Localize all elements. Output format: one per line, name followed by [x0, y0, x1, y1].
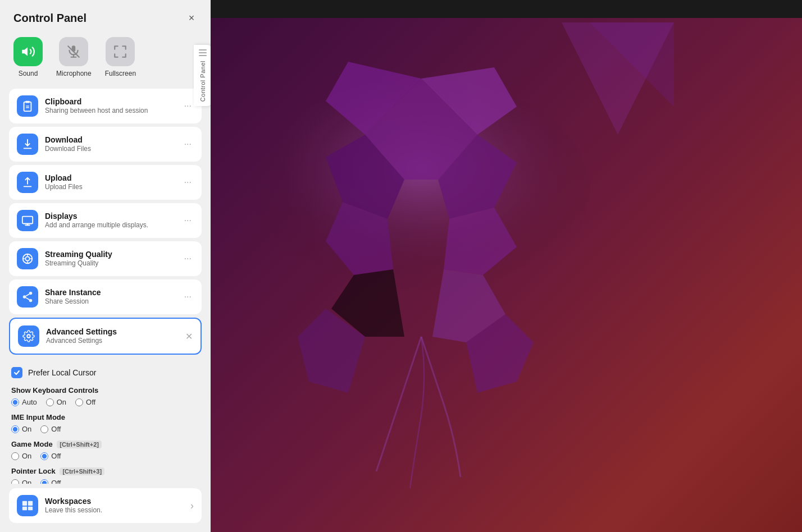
clipboard-more-button[interactable]: ··· — [182, 99, 194, 113]
svg-rect-20 — [24, 102, 31, 112]
upload-icon — [17, 172, 38, 193]
svg-point-37 — [27, 334, 30, 338]
displays-more-button[interactable]: ··· — [182, 213, 194, 228]
clipboard-menu-item[interactable]: Clipboard Sharing between host and sessi… — [9, 89, 202, 123]
download-subtitle: Download Files — [45, 145, 182, 154]
pointer-lock-on-label: On — [22, 479, 31, 484]
download-title: Download — [45, 135, 182, 145]
fullscreen-icon — [113, 44, 127, 59]
game-mode-group: Game Mode [Ctrl+Shift+2] On Off — [11, 440, 199, 460]
ime-on-label: On — [22, 425, 31, 433]
close-panel-button[interactable]: × — [184, 10, 199, 26]
prefer-local-cursor-checkbox[interactable] — [11, 367, 22, 378]
fullscreen-label: Fullscreen — [105, 70, 136, 77]
pointer-lock-group: Pointer Lock [Ctrl+Shift+3] On Off — [11, 467, 199, 484]
svg-line-35 — [26, 297, 29, 300]
menu-list: Clipboard Sharing between host and sessi… — [0, 86, 211, 360]
svg-point-27 — [25, 256, 29, 260]
download-text: Download Download Files — [45, 135, 182, 154]
workspaces-arrow-icon: › — [190, 500, 194, 512]
game-mode-on-option[interactable]: On — [11, 452, 31, 460]
game-mode-off-label: Off — [51, 452, 61, 460]
prefer-local-cursor-label: Prefer Local Cursor — [28, 368, 96, 377]
pointer-lock-options: On Off — [11, 479, 199, 484]
pointer-lock-off-label: Off — [51, 479, 61, 484]
displays-menu-item[interactable]: Displays Add and arrange multiple displa… — [9, 203, 202, 238]
workspaces-menu-item[interactable]: Workspaces Leave this session. › — [9, 488, 202, 523]
streaming-quality-title: Streaming Quality — [45, 249, 182, 259]
advanced-settings-subtitle: Advanced Settings — [46, 337, 185, 346]
keyboard-off-option[interactable]: Off — [75, 398, 95, 406]
upload-title: Upload — [45, 173, 182, 183]
clipboard-subtitle: Sharing between host and session — [45, 107, 182, 116]
sound-icon-container — [13, 37, 43, 66]
show-keyboard-controls-options: Auto On Off — [11, 398, 199, 406]
fullscreen-quick-action[interactable]: Fullscreen — [105, 37, 136, 77]
show-keyboard-controls-label: Show Keyboard Controls — [11, 386, 199, 395]
control-panel-tab[interactable]: Control Panel — [194, 45, 211, 106]
keyboard-on-label: On — [57, 398, 66, 406]
svg-rect-23 — [22, 217, 33, 224]
pointer-lock-label: Pointer Lock [Ctrl+Shift+3] — [11, 467, 199, 475]
clipboard-title: Clipboard — [45, 97, 182, 107]
displays-text: Displays Add and arrange multiple displa… — [45, 211, 182, 230]
share-instance-text: Share Instance Share Session — [45, 287, 182, 306]
svg-marker-14 — [22, 47, 28, 56]
pointer-lock-off-option[interactable]: Off — [40, 479, 61, 484]
workspaces-text: Workspaces Leave this session. — [45, 496, 190, 515]
quick-actions-bar: Sound Microphone — [0, 33, 211, 86]
ime-off-label: Off — [51, 425, 61, 433]
svg-rect-40 — [22, 507, 27, 510]
share-instance-icon — [17, 286, 38, 308]
download-menu-item[interactable]: Download Download Files ··· — [9, 127, 202, 162]
microphone-quick-action[interactable]: Microphone — [56, 37, 92, 77]
game-mode-off-option[interactable]: Off — [40, 452, 61, 460]
sound-quick-action[interactable]: Sound — [13, 37, 43, 77]
keyboard-off-label: Off — [86, 398, 95, 406]
displays-title: Displays — [45, 211, 182, 221]
share-instance-more-button[interactable]: ··· — [182, 290, 194, 304]
share-instance-title: Share Instance — [45, 287, 182, 297]
keyboard-on-option[interactable]: On — [46, 398, 66, 406]
displays-subtitle: Add and arrange multiple displays. — [45, 221, 182, 230]
svg-line-36 — [26, 294, 29, 296]
ime-input-mode-group: IME Input Mode On Off — [11, 413, 199, 433]
download-more-button[interactable]: ··· — [182, 137, 194, 152]
advanced-settings-menu-item[interactable]: Advanced Settings Advanced Settings ✕ — [9, 318, 202, 355]
sound-label: Sound — [19, 70, 38, 77]
clipboard-text: Clipboard Sharing between host and sessi… — [45, 97, 182, 116]
panel-tab-label: Control Panel — [199, 61, 206, 102]
pointer-lock-on-option[interactable]: On — [11, 479, 31, 484]
ime-input-mode-label: IME Input Mode — [11, 413, 199, 421]
microphone-label: Microphone — [56, 70, 92, 77]
advanced-settings-title: Advanced Settings — [46, 327, 185, 337]
advanced-settings-close-button[interactable]: ✕ — [185, 331, 193, 342]
streaming-quality-menu-item[interactable]: Streaming Quality Streaming Quality ··· — [9, 241, 202, 276]
game-mode-label: Game Mode [Ctrl+Shift+2] — [11, 440, 199, 448]
upload-menu-item[interactable]: Upload Upload Files ··· — [9, 165, 202, 200]
streaming-quality-more-button[interactable]: ··· — [182, 251, 194, 266]
download-icon — [17, 134, 38, 155]
svg-rect-38 — [22, 501, 27, 506]
advanced-settings-text: Advanced Settings Advanced Settings — [46, 327, 185, 346]
panel-header: Control Panel × — [0, 0, 211, 33]
svg-point-34 — [29, 299, 33, 302]
game-mode-on-label: On — [22, 452, 31, 460]
grip-icon — [199, 49, 207, 56]
streaming-quality-text: Streaming Quality Streaming Quality — [45, 249, 182, 268]
ime-on-option[interactable]: On — [11, 425, 31, 433]
workspaces-title: Workspaces — [45, 496, 190, 506]
ime-off-option[interactable]: Off — [40, 425, 61, 433]
ime-input-mode-options: On Off — [11, 425, 199, 433]
workspaces-icon — [17, 495, 38, 516]
displays-icon — [17, 210, 38, 231]
keyboard-auto-option[interactable]: Auto — [11, 398, 37, 406]
share-instance-menu-item[interactable]: Share Instance Share Session ··· — [9, 279, 202, 314]
game-mode-options: On Off — [11, 452, 199, 460]
sound-icon — [21, 44, 35, 59]
upload-more-button[interactable]: ··· — [182, 175, 194, 190]
advanced-settings-icon — [18, 325, 39, 347]
fullscreen-icon-container — [106, 37, 135, 66]
share-instance-subtitle: Share Session — [45, 297, 182, 306]
streaming-quality-icon — [17, 248, 38, 269]
